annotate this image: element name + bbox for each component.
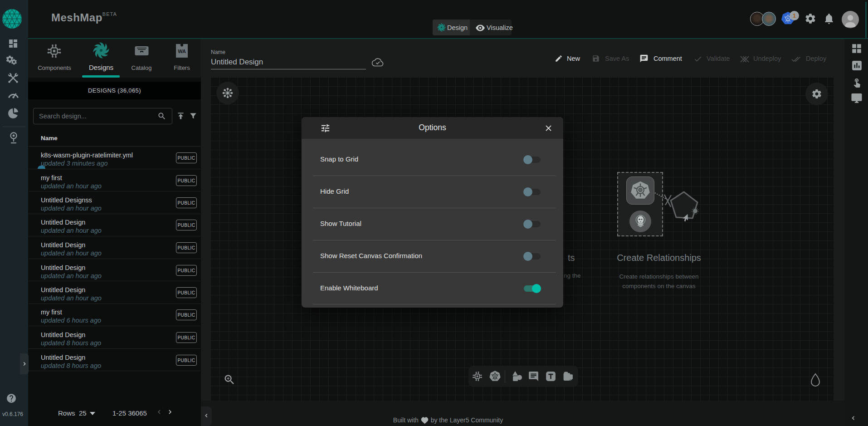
svg-text:WA: WA: [178, 49, 186, 54]
